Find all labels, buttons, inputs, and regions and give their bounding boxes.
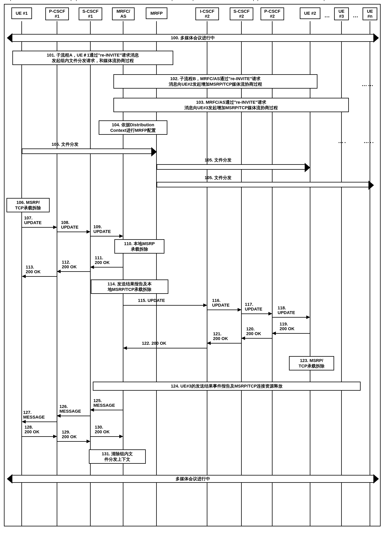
msg-label-107: 107.UPDATE bbox=[24, 216, 42, 225]
arrow-105c bbox=[157, 182, 369, 187]
arrow-105a bbox=[22, 148, 151, 154]
participant-uen: UE#n bbox=[363, 7, 377, 20]
msg-label-121: 121.200 OK bbox=[213, 332, 228, 341]
msg-label-120: 120.200 OK bbox=[246, 327, 261, 336]
sequence-diagram: UE#1拜访网络 多媒体会议中心归属网络 UE#2归属网络 UE#2拜访网络 U… bbox=[4, 4, 381, 526]
lifeline-icscf2 bbox=[207, 21, 207, 526]
box-104: 104. 依据DistributionContext进行MRFP配置 bbox=[99, 120, 167, 135]
msg-label-117: 117.UPDATE bbox=[245, 302, 262, 312]
msg-label-130: 130.200 OK bbox=[95, 425, 110, 434]
arrow-119 bbox=[276, 333, 310, 334]
arrow-head-107 bbox=[53, 225, 57, 229]
msg-label-111: 111.200 OK bbox=[95, 256, 110, 265]
ellipsis-icon: …. bbox=[338, 138, 347, 144]
box-106: 106. MSRP/TCP承载拆除 bbox=[6, 198, 50, 212]
msg-label-108: 108.UPDATE bbox=[61, 220, 79, 230]
msg-label-129: 129.200 OK bbox=[62, 430, 77, 439]
ellipsis-icon: ….. bbox=[364, 138, 374, 144]
arrow-111 bbox=[94, 267, 123, 267]
arrow-105b bbox=[157, 164, 305, 170]
msg-label-118: 118.UPDATE bbox=[278, 306, 295, 315]
arrow-head-112 bbox=[57, 270, 61, 273]
participant-mrfc-as: MRFC/AS bbox=[112, 7, 135, 20]
box-124: 124. UE#3的发送结果事件报告及MSRP/TCP连接资源释放 bbox=[93, 382, 361, 391]
msg-label-113: 113.200 OK bbox=[26, 265, 41, 274]
participant-pcscf2: P-CSCF#2 bbox=[261, 7, 284, 20]
arrow-112 bbox=[61, 271, 90, 272]
arrow-117 bbox=[242, 314, 268, 314]
lifeline-mrfp bbox=[156, 21, 157, 526]
arrow-head-115 bbox=[203, 304, 207, 307]
participant-mrfp: MRFP bbox=[146, 7, 167, 19]
arrow-head-109 bbox=[119, 234, 123, 238]
arrow-head-122 bbox=[123, 346, 127, 350]
arrow-126 bbox=[61, 416, 90, 416]
lifeline-ue2 bbox=[310, 21, 310, 526]
ellipsis-icon: …… bbox=[362, 81, 374, 87]
arrow-116 bbox=[207, 309, 238, 310]
arrow-head-125 bbox=[90, 408, 94, 412]
bar-end: 多媒体会议进行中 bbox=[12, 475, 373, 483]
lifeline-pcscf1 bbox=[57, 21, 57, 526]
msg-label-125: 125.MESSAGE bbox=[93, 398, 115, 408]
arrow-head-111 bbox=[90, 265, 94, 269]
arrow-130 bbox=[90, 436, 119, 437]
participant-ue1: UE #1 bbox=[11, 7, 32, 19]
arrow-129 bbox=[57, 441, 87, 442]
arrow-107 bbox=[22, 227, 53, 228]
msg-label-112: 112.200 OK bbox=[62, 260, 77, 269]
participant-pcscf1: P-CSCF#1 bbox=[45, 7, 69, 20]
arrow-128 bbox=[22, 436, 53, 437]
msg-label-105b: 105. 文件分发 bbox=[205, 158, 232, 162]
bracket-2 bbox=[76, 0, 172, 1]
arrow-127 bbox=[26, 422, 57, 422]
participant-scscf1: S-CSCF#1 bbox=[79, 7, 102, 20]
msg-label-127: 127.MESSAGE bbox=[23, 410, 45, 419]
arrow-head-118 bbox=[306, 315, 310, 319]
msg-label-126: 126.MESSAGE bbox=[60, 404, 81, 414]
arrow-head-119 bbox=[272, 332, 276, 335]
participant-ue3: UE#3 bbox=[334, 7, 349, 20]
bracket-4 bbox=[258, 0, 324, 1]
arrow-head-128 bbox=[53, 435, 57, 438]
lifeline-ue1 bbox=[21, 21, 22, 526]
arrow-head-130 bbox=[119, 435, 123, 438]
box-102: 102. 子流程B，MRFC/AS通过"re-INVITE"请求消息向UE#2发… bbox=[113, 74, 317, 89]
ellipsis-icon: … bbox=[324, 12, 331, 19]
arrow-118 bbox=[272, 317, 306, 318]
arrow-120 bbox=[245, 338, 272, 339]
lifeline-uen bbox=[370, 21, 370, 526]
arrow-head-120 bbox=[241, 337, 245, 340]
msg-label-105c: 105. 文件分发 bbox=[205, 176, 232, 180]
box-103: 103. MRFC/AS通过"re-INVITE"请求消息向UE#3发起增加MS… bbox=[113, 98, 349, 112]
arrow-head-121 bbox=[207, 341, 211, 345]
box-110: 110. 本地MSRP承载拆除 bbox=[114, 239, 164, 254]
arrow-115 bbox=[123, 305, 203, 306]
arrow-113 bbox=[26, 276, 57, 277]
arrow-121 bbox=[211, 343, 241, 343]
msg-label-109: 109.UPDATE bbox=[93, 224, 111, 234]
arrow-125 bbox=[94, 410, 123, 410]
arrow-head-129 bbox=[87, 440, 90, 443]
arrow-head-127 bbox=[22, 420, 26, 423]
arrow-head-116 bbox=[238, 308, 242, 312]
arrow-head-126 bbox=[57, 414, 61, 418]
participant-ue2: UE #2 bbox=[300, 7, 320, 19]
msg-label-122: 122. 200 OK bbox=[142, 341, 166, 346]
box-101: 101. 子流程A，UE＃1通过"re-INVITE"请求消息发起组内文件分发请… bbox=[12, 51, 173, 65]
box-131: 131. 清除组内文件分发上下文 bbox=[89, 449, 146, 464]
box-123: 123. MSRP/TCP承载拆除 bbox=[289, 356, 334, 371]
bar-100: 100. 多媒体会议进行中 bbox=[12, 34, 373, 42]
arrow-head-108 bbox=[87, 230, 90, 233]
ellipsis-icon: … bbox=[353, 12, 359, 19]
bracket-3 bbox=[193, 0, 254, 1]
arrow-108 bbox=[57, 232, 87, 232]
msg-label-119: 119.200 OK bbox=[280, 322, 294, 331]
msg-label-128: 128.200 OK bbox=[24, 425, 39, 434]
participant-scscf2: S-CSCF#2 bbox=[230, 7, 253, 20]
arrow-122 bbox=[127, 348, 207, 348]
msg-label-115: 115. UPDATE bbox=[138, 298, 165, 303]
box-114: 114. 发送结果报告及本地MSRP/TCP承载拆除 bbox=[91, 280, 168, 294]
arrow-109 bbox=[90, 236, 119, 237]
participant-icscf2: I-CSCF#2 bbox=[196, 7, 219, 20]
